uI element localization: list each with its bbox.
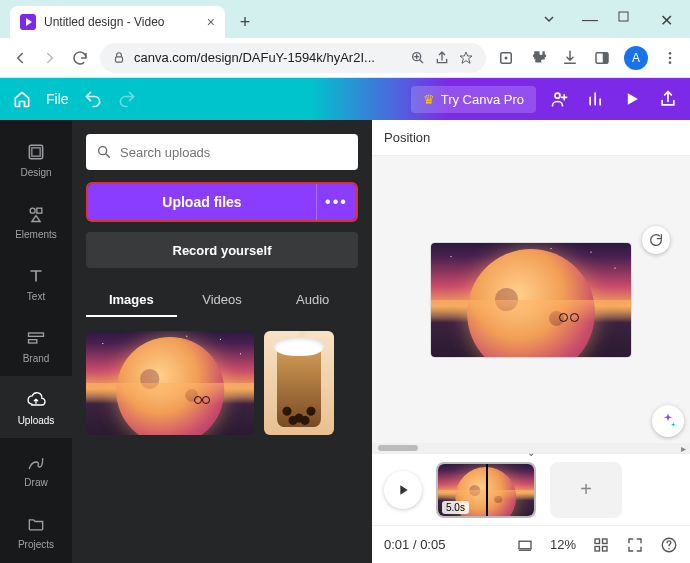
rail-item-text[interactable]: Text xyxy=(0,252,72,314)
home-button[interactable] xyxy=(12,89,32,109)
extension-icon[interactable] xyxy=(496,48,516,68)
svg-point-21 xyxy=(99,147,107,155)
design-frame[interactable] xyxy=(431,243,631,357)
redo-button[interactable] xyxy=(117,89,137,109)
browser-menu-icon[interactable] xyxy=(660,48,680,68)
rail-item-uploads[interactable]: Uploads xyxy=(0,376,72,438)
new-tab-button[interactable]: + xyxy=(231,8,259,36)
window-minimize-button[interactable]: — xyxy=(580,11,600,30)
upload-files-button[interactable]: Upload files xyxy=(88,184,316,220)
sidepanel-icon[interactable] xyxy=(592,48,612,68)
grid-view-icon[interactable] xyxy=(592,536,610,554)
svg-rect-27 xyxy=(603,546,608,551)
svg-rect-26 xyxy=(595,546,600,551)
svg-rect-3 xyxy=(116,56,123,61)
share-url-icon[interactable] xyxy=(434,50,450,66)
left-rail: Design Elements Text Brand Uploads Draw … xyxy=(0,120,72,563)
site-info-icon[interactable] xyxy=(112,51,126,65)
scroll-right-icon[interactable]: ▸ xyxy=(681,443,690,454)
pages-view-icon[interactable] xyxy=(516,536,534,554)
url-field[interactable]: canva.com/design/DAFuY-1594k/hyAr2I... xyxy=(100,43,486,73)
nav-reload-button[interactable] xyxy=(70,48,90,68)
add-clip-button[interactable]: + xyxy=(550,462,622,518)
nav-forward-button[interactable] xyxy=(40,48,60,68)
playhead[interactable] xyxy=(486,464,488,516)
templates-icon xyxy=(25,141,47,163)
uploads-grid xyxy=(86,331,358,435)
app-top-bar: File ♛ Try Canva Pro xyxy=(0,78,690,120)
fullscreen-icon[interactable] xyxy=(626,536,644,554)
profile-avatar[interactable]: A xyxy=(624,46,648,70)
svg-rect-23 xyxy=(519,541,531,549)
upload-more-button[interactable]: ••• xyxy=(316,184,356,220)
svg-marker-22 xyxy=(400,485,407,494)
rail-label: Draw xyxy=(24,477,47,488)
timeline: ⌄ 5.0s + xyxy=(372,453,690,525)
record-yourself-button[interactable]: Record yourself xyxy=(86,232,358,268)
timeline-clip[interactable]: 5.0s xyxy=(436,462,536,518)
browser-tab[interactable]: Untitled design - Video × xyxy=(10,6,225,38)
canvas-toolbar: Position xyxy=(372,120,690,156)
tab-videos[interactable]: Videos xyxy=(177,284,268,317)
extensions-puzzle-icon[interactable] xyxy=(528,48,548,68)
canvas-area: Position ▸ ⌄ 5.0s + 0:01 / 0:05 xyxy=(372,120,690,563)
uploads-panel: Upload files ••• Record yourself Images … xyxy=(72,120,372,563)
rail-item-brand[interactable]: Brand xyxy=(0,314,72,376)
downloads-icon[interactable] xyxy=(560,48,580,68)
search-uploads[interactable] xyxy=(86,134,358,170)
svg-point-11 xyxy=(669,61,672,64)
help-icon[interactable] xyxy=(660,536,678,554)
nav-back-button[interactable] xyxy=(10,48,30,68)
rail-label: Text xyxy=(27,291,45,302)
clip-duration: 5.0s xyxy=(442,501,469,514)
svg-marker-18 xyxy=(32,215,40,221)
zoom-icon[interactable] xyxy=(410,50,426,66)
window-minimize-icon[interactable] xyxy=(542,11,562,30)
timeline-caret-icon[interactable]: ⌄ xyxy=(527,447,535,458)
svg-point-29 xyxy=(668,548,670,550)
rail-item-elements[interactable]: Elements xyxy=(0,190,72,252)
canva-favicon-icon xyxy=(20,14,36,30)
collaborators-icon[interactable] xyxy=(550,89,570,109)
canvas-stage[interactable] xyxy=(372,156,690,443)
timeline-play-button[interactable] xyxy=(384,471,422,509)
present-play-icon[interactable] xyxy=(622,89,642,109)
svg-rect-19 xyxy=(29,333,44,336)
rail-item-draw[interactable]: Draw xyxy=(0,438,72,500)
browser-tab-title: Untitled design - Video xyxy=(44,15,199,29)
rail-item-projects[interactable]: Projects xyxy=(0,500,72,562)
window-close-button[interactable]: ✕ xyxy=(656,11,676,30)
share-icon[interactable] xyxy=(658,89,678,109)
position-button[interactable]: Position xyxy=(384,130,430,145)
undo-button[interactable] xyxy=(83,89,103,109)
close-tab-icon[interactable]: × xyxy=(207,14,215,30)
file-menu[interactable]: File xyxy=(46,91,69,107)
try-canva-pro-button[interactable]: ♛ Try Canva Pro xyxy=(411,86,536,113)
scrollbar-thumb[interactable] xyxy=(378,445,418,451)
crown-icon: ♛ xyxy=(423,92,435,107)
svg-point-10 xyxy=(669,56,672,59)
zoom-level[interactable]: 12% xyxy=(550,537,576,552)
rail-label: Brand xyxy=(23,353,50,364)
search-input[interactable] xyxy=(120,145,348,160)
bookmark-icon[interactable] xyxy=(458,50,474,66)
upload-thumb-sunset[interactable] xyxy=(86,331,254,435)
status-bar: 0:01 / 0:05 12% xyxy=(372,525,690,563)
svg-rect-25 xyxy=(603,539,608,544)
rotate-handle[interactable] xyxy=(642,226,670,254)
analytics-icon[interactable] xyxy=(586,89,606,109)
rail-item-design[interactable]: Design xyxy=(0,128,72,190)
window-maximize-button[interactable] xyxy=(618,11,638,30)
uploads-icon xyxy=(25,389,47,411)
rail-label: Projects xyxy=(18,539,54,550)
try-pro-label: Try Canva Pro xyxy=(441,92,524,107)
tab-images[interactable]: Images xyxy=(86,284,177,317)
upload-thumb-boba[interactable] xyxy=(264,331,334,435)
projects-icon xyxy=(25,513,47,535)
tab-audio[interactable]: Audio xyxy=(267,284,358,317)
rail-label: Uploads xyxy=(18,415,55,426)
window-titlebar: Untitled design - Video × + — ✕ xyxy=(0,0,690,38)
browser-extension-area: A xyxy=(496,46,680,70)
magic-button[interactable] xyxy=(652,405,684,437)
rail-label: Design xyxy=(20,167,51,178)
